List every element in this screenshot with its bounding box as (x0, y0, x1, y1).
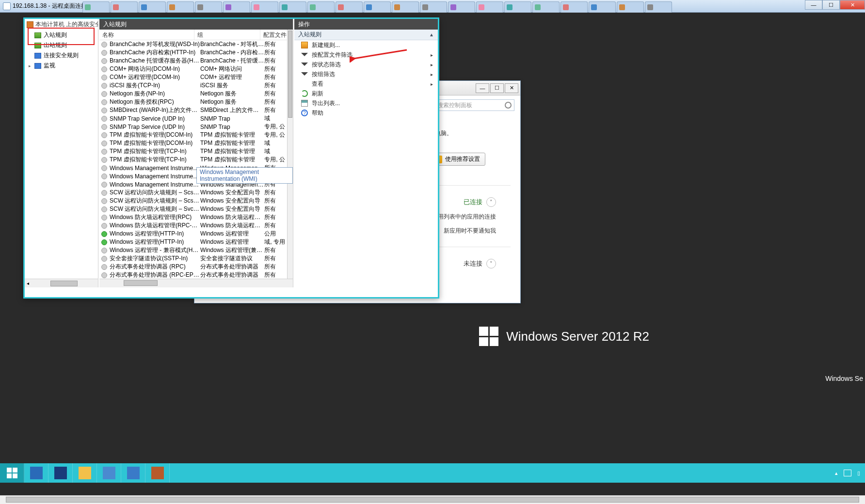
rule-row[interactable]: TPM 虚拟智能卡管理(TCP-In)TPM 虚拟智能卡管理域 (99, 147, 287, 156)
rule-row[interactable]: iSCSI 服务(TCP-In)iSCSI 服务所有 (99, 81, 287, 90)
rule-profile: 所有 (264, 40, 287, 48)
action-item[interactable]: 查看▸ (294, 79, 438, 89)
action-item[interactable]: 新建规则... (294, 40, 438, 50)
col-group[interactable]: 组 (194, 30, 260, 40)
rules-list[interactable]: BranchCache 对等机发现(WSD-In)BranchCache - 对… (99, 40, 287, 279)
action-item[interactable]: 按配置文件筛选▸ (294, 50, 438, 60)
cp-maximize-button[interactable]: ☐ (490, 83, 504, 93)
rule-row[interactable]: Windows 远程管理(HTTP-In)Windows 远程管理域, 专用 (99, 238, 287, 246)
action-item[interactable]: 按状态筛选▸ (294, 60, 438, 69)
action-item[interactable]: 刷新 (294, 89, 438, 98)
browser-tab[interactable] (392, 1, 419, 13)
tree-root[interactable]: 本地计算机 上的高级安全 Win (25, 19, 98, 30)
rule-row[interactable]: COM+ 远程管理(DCOM-In)COM+ 远程管理所有 (99, 73, 287, 81)
browser-tab[interactable] (195, 1, 222, 13)
browser-tab[interactable] (111, 1, 138, 13)
start-button[interactable] (0, 463, 24, 483)
rule-row[interactable]: SCW 远程访问防火墙规则 – Scshost - ...Windows 安全配… (99, 197, 287, 205)
rule-row[interactable]: SNMP Trap Service (UDP In)SNMP Trap域 (99, 114, 287, 123)
minimize-button[interactable]: — (805, 0, 822, 10)
browser-tab[interactable] (223, 1, 250, 13)
cp-minimize-button[interactable]: — (476, 83, 489, 93)
tree-item[interactable]: 入站规则 (25, 30, 98, 40)
cp-search-input[interactable]: 搜索控制面板 (434, 99, 514, 111)
rule-row[interactable]: 分布式事务处理协调器 (RPC-EPMAP)分布式事务处理协调器所有 (99, 271, 287, 279)
rules-v-scrollbar[interactable] (287, 30, 293, 279)
browser-tab[interactable] (617, 1, 644, 13)
rules-column-headers[interactable]: 名称 组 配置文件 (99, 30, 293, 40)
tree-item[interactable]: 连接安全规则 (25, 50, 98, 61)
browser-tab[interactable] (336, 1, 363, 13)
rule-row[interactable]: SCW 远程访问防火墙规则 – Scshost - ...Windows 安全配… (99, 189, 287, 197)
submenu-arrow-icon: ▸ (431, 62, 433, 67)
chevron-up-icon[interactable]: ˄ (486, 197, 496, 207)
browser-tab[interactable] (476, 1, 503, 13)
host-h-scrollbar[interactable] (0, 495, 865, 504)
taskbar-explorer[interactable] (73, 463, 97, 483)
rule-row[interactable]: BranchCache 内容检索(HTTP-In)BranchCache - 内… (99, 48, 287, 57)
action-item[interactable]: 按组筛选▸ (294, 69, 438, 79)
close-button[interactable]: ✕ (840, 0, 865, 10)
rule-row[interactable]: Windows 远程管理 - 兼容模式(HTTP-In)Windows 远程管理… (99, 246, 287, 254)
browser-tab[interactable] (561, 1, 588, 13)
mmc-actions-pane[interactable]: 操作 入站规则 ▲ 新建规则...按配置文件筛选▸按状态筛选▸按组筛选▸查看▸刷… (294, 19, 438, 287)
rule-row[interactable]: TPM 虚拟智能卡管理(DCOM-In)TPM 虚拟智能卡管理专用, 公 (99, 131, 287, 139)
rule-row[interactable]: TPM 虚拟智能卡管理(DCOM-In)TPM 虚拟智能卡管理域 (99, 139, 287, 147)
action-item[interactable]: 导出列表... (294, 98, 438, 108)
taskbar-app-1[interactable] (97, 463, 121, 483)
browser-tab[interactable] (167, 1, 194, 13)
chevron-down-icon[interactable]: ˅ (486, 259, 496, 268)
rule-row[interactable]: Netlogon 服务(NP-In)Netlogon 服务所有 (99, 90, 287, 98)
rule-row[interactable]: 安全套接字隧道协议(SSTP-In)安全套接字隧道协议所有 (99, 254, 287, 263)
rule-row[interactable]: Windows 远程管理(HTTP-In)Windows 远程管理公用 (99, 230, 287, 238)
rule-row[interactable]: TPM 虚拟智能卡管理(TCP-In)TPM 虚拟智能卡管理专用, 公 (99, 156, 287, 164)
rule-row[interactable]: Netlogon 服务授权(RPC)Netlogon 服务所有 (99, 98, 287, 106)
browser-tab[interactable] (420, 1, 447, 13)
system-tray[interactable]: ▴ ▯ (835, 463, 860, 483)
browser-tab[interactable] (589, 1, 616, 13)
rule-row[interactable]: SCW 远程访问防火墙规则 – Svchost - T...Windows 安全… (99, 205, 287, 213)
browser-tab[interactable] (364, 1, 391, 13)
tab-favicon-icon (85, 4, 91, 10)
taskbar-server-manager[interactable] (24, 463, 48, 483)
mmc-tree-pane[interactable]: 本地计算机 上的高级安全 Win 入站规则出站规则连接安全规则监视▸ ◂ (25, 19, 98, 287)
rules-h-scrollbar[interactable] (99, 279, 293, 287)
tree-item[interactable]: 出站规则 (25, 40, 98, 50)
browser-tab[interactable] (504, 1, 531, 13)
rule-row[interactable]: Windows 防火墙远程管理(RPC)Windows 防火墙远程管理所有 (99, 213, 287, 221)
action-item[interactable]: ?帮助 (294, 108, 438, 118)
browser-tab[interactable] (645, 1, 672, 13)
action-center-icon[interactable] (844, 470, 851, 476)
mmc-rules-pane[interactable]: 入站规则 名称 组 配置文件 BranchCache 对等机发现(WSD-In)… (99, 19, 293, 287)
browser-tab[interactable] (532, 1, 560, 13)
browser-tab[interactable] (139, 1, 166, 13)
rule-name: 分布式事务处理协调器 (RPC-EPMAP) (110, 271, 200, 279)
taskbar-firewall[interactable] (145, 463, 170, 483)
collapse-icon[interactable]: ▲ (429, 32, 434, 37)
rule-row[interactable]: SNMP Trap Service (UDP In)SNMP Trap专用, 公 (99, 123, 287, 131)
actions-subheader[interactable]: 入站规则 ▲ (294, 30, 438, 40)
cp-close-button[interactable]: ✕ (505, 83, 518, 93)
rule-row[interactable]: BranchCache 对等机发现(WSD-In)BranchCache - 对… (99, 40, 287, 48)
taskbar[interactable]: ▴ ▯ (0, 463, 865, 483)
actions-title: 操作 (294, 19, 438, 30)
rule-row[interactable]: BranchCache 托管缓存服务器(HTTP-In)BranchCache … (99, 57, 287, 65)
rule-row[interactable]: SMBDirect (iWARP-In)上的文件和打印...SMBDirect … (99, 106, 287, 114)
maximize-button[interactable]: ☐ (822, 0, 840, 10)
tab-favicon-icon (563, 4, 569, 10)
tree-item[interactable]: 监视▸ (25, 61, 98, 71)
taskbar-control-panel[interactable] (121, 463, 145, 483)
browser-tab[interactable] (279, 1, 306, 13)
browser-tab[interactable] (251, 1, 278, 13)
col-name[interactable]: 名称 (99, 30, 194, 40)
rule-row[interactable]: Windows 防火墙远程管理(RPC-EPMAP)Windows 防火墙远程管… (99, 221, 287, 230)
rule-row[interactable]: COM+ 网络访问(DCOM-In)COM+ 网络访问所有 (99, 65, 287, 73)
browser-tab[interactable] (82, 1, 110, 13)
rule-row[interactable]: 分布式事务处理协调器 (RPC)分布式事务处理协调器所有 (99, 263, 287, 271)
browser-tab[interactable] (307, 1, 335, 13)
browser-tab[interactable] (448, 1, 475, 13)
taskbar-powershell[interactable] (48, 463, 73, 483)
tree-h-scrollbar[interactable]: ◂ (25, 279, 98, 287)
firewall-mmc-window[interactable]: 本地计算机 上的高级安全 Win 入站规则出站规则连接安全规则监视▸ ◂ 入站规… (23, 17, 439, 299)
tray-caret-icon[interactable]: ▴ (835, 470, 838, 476)
